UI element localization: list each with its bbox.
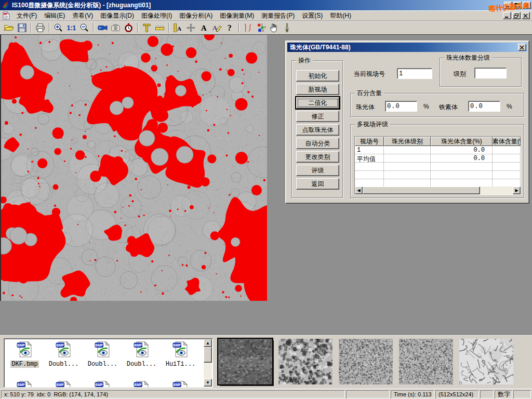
open-file-button[interactable]	[3, 22, 16, 34]
file-item[interactable]: BMP	[122, 380, 161, 388]
table-header-2[interactable]: 珠光体级别	[384, 137, 431, 146]
close-button[interactable]	[523, 2, 531, 9]
curve-icon	[243, 23, 253, 33]
op-button-5[interactable]: 点取珠光体	[296, 124, 339, 136]
file-name: Doubl...	[126, 361, 158, 368]
op-button-2[interactable]: 新视场	[296, 84, 339, 95]
file-scrollbar[interactable]: ▲ ▼	[204, 339, 212, 387]
print-button[interactable]	[34, 22, 47, 34]
table-hscrollbar[interactable]: ◀ ▶	[355, 187, 521, 194]
maximize-button[interactable]	[513, 2, 522, 9]
table-row[interactable]	[355, 171, 521, 179]
scroll-left-button[interactable]: ◀	[355, 187, 363, 194]
dialog-title-bar[interactable]: 珠光体(GB/T9441-88)	[287, 43, 527, 52]
actual-size-button[interactable]: 1:1	[65, 22, 78, 34]
ferrite-percent-input[interactable]	[468, 101, 500, 112]
file-item[interactable]: BMP	[44, 380, 83, 388]
file-item[interactable]: BMP	[161, 380, 200, 388]
level-input[interactable]	[474, 68, 507, 78]
op-button-1[interactable]: 初始化	[296, 70, 339, 82]
op-button-3[interactable]: 二值化	[296, 97, 339, 109]
ruler-button[interactable]	[153, 22, 166, 34]
level-label: 级别	[454, 70, 466, 78]
file-item[interactable]: BMP DKF.bmp	[5, 341, 44, 368]
svg-text:?: ?	[228, 23, 232, 32]
calibration-button[interactable]: A	[171, 22, 184, 34]
file-item[interactable]: BMP Doubl...	[122, 341, 161, 368]
table-cell	[493, 171, 521, 179]
op-button-9[interactable]: 返回	[296, 178, 339, 190]
bmp-file-icon: BMP	[16, 341, 33, 360]
op-button-4[interactable]: 修正	[296, 111, 339, 122]
table-cell	[493, 179, 521, 187]
file-item[interactable]: BMP	[83, 380, 122, 388]
menu-item-d[interactable]: 图像显示(D)	[97, 10, 138, 21]
table-header-1[interactable]: 视场号	[355, 137, 384, 146]
op-button-6[interactable]: 自动分类	[296, 138, 339, 149]
status-bar: x: 510 y: 79 idx: 0 RGB: (174, 174, 174)…	[0, 389, 532, 399]
mdi-restore-button[interactable]	[512, 12, 521, 19]
op-button-8[interactable]: 评级	[296, 165, 339, 176]
thumbnail-2[interactable]	[278, 339, 332, 384]
menu-item-i[interactable]: 图像处理(I)	[138, 10, 176, 21]
dialog-close-button[interactable]	[518, 44, 526, 51]
zoom-out-button[interactable]	[78, 22, 91, 34]
op-button-7[interactable]: 更改类别	[296, 151, 339, 163]
file-browser[interactable]: BMP DKF.bmp BMP Doubl... BMP Doubl... BM…	[4, 338, 213, 388]
thumbnail-5[interactable]	[459, 339, 513, 384]
annotate-button[interactable]: A	[210, 22, 223, 34]
percent-group: 百分含量 珠光体 % 铁素体 %	[350, 93, 524, 117]
thumbnail-1[interactable]	[218, 339, 272, 384]
pick-button[interactable]	[268, 22, 281, 34]
menu-item-a[interactable]: 图像分析(A)	[176, 10, 216, 21]
menu-item-e[interactable]: 编辑(E)	[41, 10, 69, 21]
text-button[interactable]: A	[197, 22, 210, 34]
menu-item-m[interactable]: 图像测量(M)	[216, 10, 258, 21]
mdi-minimize-button[interactable]	[503, 12, 511, 19]
current-field-input[interactable]	[397, 68, 432, 79]
scroll-up-button[interactable]: ▲	[204, 339, 212, 347]
file-item[interactable]: BMP Doubl...	[44, 341, 83, 368]
mdi-close-button[interactable]	[522, 12, 530, 19]
table-row[interactable]: 10.0	[355, 146, 521, 154]
thumbnail-4[interactable]	[399, 339, 453, 384]
help-button[interactable]: ?	[223, 22, 236, 34]
micrograph-image[interactable]	[0, 35, 267, 301]
table-header-4[interactable]: 铁素体含量(%)	[493, 137, 521, 146]
vscroll-thumb[interactable]	[204, 347, 212, 363]
menu-item-p[interactable]: 测量报告(P)	[258, 10, 298, 21]
file-name: Doubl...	[48, 361, 80, 368]
file-item[interactable]: BMP	[5, 380, 44, 388]
file-item[interactable]: BMP Doubl...	[83, 341, 122, 368]
menu-item-h[interactable]: 帮助(H)	[326, 10, 355, 21]
scroll-down-button[interactable]: ▼	[204, 379, 212, 387]
toolbar: 1:1AAA?123	[0, 21, 532, 34]
multifield-table[interactable]: 视场号珠光体级别珠光体含量(%)铁素体含量(%) 10.0平均值0.0 ◀ ▶	[354, 136, 521, 195]
file-item[interactable]: BMP HuiTi...	[161, 341, 200, 368]
menu-item-v[interactable]: 查看(V)	[69, 10, 97, 21]
menu-item-f[interactable]: 文件(F)	[13, 10, 41, 21]
pearlite-percent-input[interactable]	[385, 101, 417, 112]
move-button[interactable]	[184, 22, 197, 34]
video-camera-button[interactable]	[96, 22, 109, 34]
zoom-out-icon	[79, 23, 89, 33]
brush-button[interactable]	[281, 22, 294, 34]
camera-button[interactable]	[109, 22, 122, 34]
hscroll-thumb[interactable]	[363, 187, 480, 194]
classify-button[interactable]: 123	[255, 22, 268, 34]
table-row[interactable]	[355, 163, 521, 171]
save-button[interactable]	[16, 22, 29, 34]
minimize-button[interactable]	[504, 2, 512, 9]
thumbnail-3[interactable]	[339, 339, 393, 384]
document-icon[interactable]	[2, 11, 11, 20]
zoom-in-button[interactable]	[52, 22, 65, 34]
stopwatch-button[interactable]	[122, 22, 135, 34]
table-header-3[interactable]: 珠光体含量(%)	[431, 137, 493, 146]
caliper-button[interactable]	[140, 22, 153, 34]
menu-item-s[interactable]: 设置(S)	[298, 10, 326, 21]
curve-button[interactable]	[242, 22, 255, 34]
scroll-right-button[interactable]: ▶	[513, 187, 521, 194]
pearlite-unit: %	[423, 103, 429, 110]
operations-group-label: 操作	[296, 56, 313, 65]
table-row[interactable]: 平均值0.0	[355, 154, 521, 163]
